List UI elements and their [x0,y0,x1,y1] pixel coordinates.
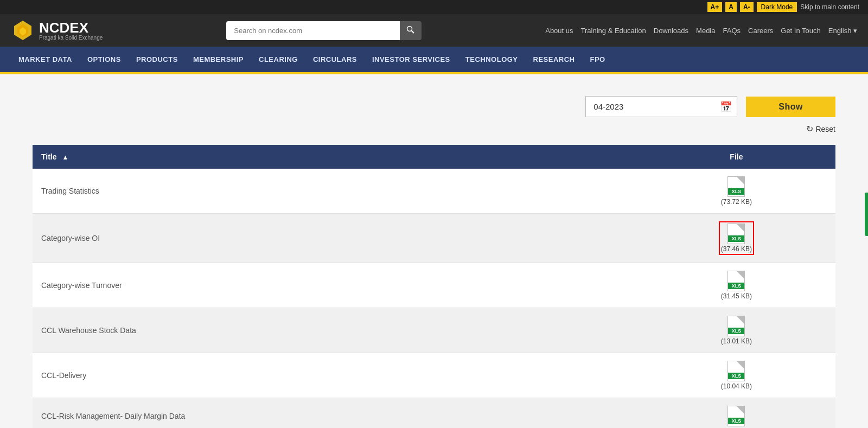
row-title: Trading Statistics [41,187,99,195]
font-increase-button[interactable]: A+ [707,2,723,12]
reset-row: ↻ Reset [33,124,835,134]
col-file-header: File [637,145,835,169]
skip-to-main-link[interactable]: Skip to main content [800,3,859,11]
table-row: Category-wise OIXLS(37.46 KB) [33,214,835,263]
nav-fpo[interactable]: FPO [583,47,613,72]
row-title-cell: Category-wise OI [33,214,637,263]
dark-mode-button[interactable]: Dark Mode [757,2,797,12]
nav-clearing[interactable]: CLEARING [251,47,305,72]
file-size: (13.01 KB) [721,337,752,345]
data-table: Title ▲ File Trading StatisticsXLS(73.72… [33,145,835,428]
xls-file-icon: XLS [727,271,745,291]
table-row: CCL-DeliveryXLS(10.04 KB) [33,353,835,398]
reset-icon: ↻ [806,124,813,134]
row-file-cell: XLS(31.45 KB) [637,263,835,308]
nav-careers[interactable]: Careers [748,27,773,35]
row-title: CCL-Delivery [41,371,86,380]
ncdex-logo-icon [11,18,35,42]
svg-line-4 [412,30,414,33]
top-bar: A+ A A- Dark Mode Skip to main content [0,0,868,14]
page-content: 📅 Show ↻ Reset Title ▲ File Trading Stat… [0,74,868,428]
nav-market-data[interactable]: MARKET DATA [11,47,80,72]
filter-row: 📅 Show [33,96,835,117]
xls-badge: XLS [728,188,744,195]
row-title-cell: CCL Warehouse Stock Data [33,308,637,353]
file-download-link[interactable]: XLS(37.46 KB) [719,221,754,255]
file-download-link[interactable]: XLS [727,406,745,426]
table-row: Category-wise TurnoverXLS(31.45 KB) [33,263,835,308]
row-title: CCL Warehouse Stock Data [41,326,136,335]
nav-research[interactable]: RESEARCH [526,47,583,72]
search-button[interactable] [400,21,422,40]
xls-badge: XLS [728,418,744,424]
logo-area: NCDEX Pragati ka Solid Exchange [11,18,103,42]
table-row: CCL Warehouse Stock DataXLS(13.01 KB) [33,308,835,353]
row-title: Category-wise Turnover [41,281,122,290]
brand-name: NCDEX [39,21,103,35]
table-row: Trading StatisticsXLS(73.72 KB) [33,169,835,214]
row-file-cell: XLS(13.01 KB) [637,308,835,353]
date-filter-wrapper: 📅 [585,96,737,117]
file-size: (31.45 KB) [721,292,752,300]
language-selector[interactable]: English ▾ [828,27,857,35]
search-input[interactable] [226,21,400,40]
col-title-header[interactable]: Title ▲ [33,145,637,169]
row-title-cell: Trading Statistics [33,169,637,214]
xls-badge: XLS [728,283,744,289]
row-title: Category-wise OI [41,234,100,242]
main-nav: MARKET DATA OPTIONS PRODUCTS MEMBERSHIP … [0,47,868,72]
file-download-link[interactable]: XLS(73.72 KB) [721,176,752,206]
tagline: Pragati ka Solid Exchange [39,35,103,41]
date-input[interactable] [585,96,737,117]
search-bar [113,21,534,40]
row-file-cell: XLS(10.04 KB) [637,353,835,398]
row-title-cell: CCL-Delivery [33,353,637,398]
row-title: CCL-Risk Management- Daily Margin Data [41,412,185,420]
nav-membership[interactable]: MEMBERSHIP [186,47,251,72]
file-download-link[interactable]: XLS(13.01 KB) [721,316,752,345]
xls-file-icon: XLS [727,316,745,336]
show-button[interactable]: Show [746,97,835,117]
nav-investor-services[interactable]: INVESTOR SERVICES [365,47,458,72]
table-row: CCL-Risk Management- Daily Margin DataXL… [33,398,835,429]
logo-text: NCDEX Pragati ka Solid Exchange [39,21,103,41]
font-decrease-button[interactable]: A- [740,2,754,12]
nav-training[interactable]: Training & Education [581,27,646,35]
file-size: (73.72 KB) [721,198,752,206]
sort-icon: ▲ [62,154,68,161]
row-file-cell: XLS [637,398,835,429]
header-nav: About us Training & Education Downloads … [545,27,857,35]
xls-file-icon: XLS [727,176,745,197]
header: NCDEX Pragati ka Solid Exchange About us… [0,14,868,47]
file-download-link[interactable]: XLS(10.04 KB) [721,361,752,390]
row-file-cell: XLS(73.72 KB) [637,169,835,214]
nav-faqs[interactable]: FAQs [723,27,741,35]
reset-link[interactable]: ↻ Reset [806,124,835,134]
xls-file-icon: XLS [727,223,745,244]
nav-circulars[interactable]: CIRCULARS [305,47,365,72]
nav-downloads[interactable]: Downloads [654,27,688,35]
nav-products[interactable]: PRODUCTS [129,47,186,72]
file-size: (10.04 KB) [721,382,752,390]
nav-options[interactable]: OPTIONS [80,47,129,72]
file-download-link[interactable]: XLS(31.45 KB) [721,271,752,300]
reset-label: Reset [815,125,835,133]
nav-about-us[interactable]: About us [545,27,573,35]
xls-file-icon: XLS [727,406,745,426]
nav-contact[interactable]: Get In Touch [781,27,820,35]
xls-badge: XLS [728,328,744,334]
nav-media[interactable]: Media [696,27,715,35]
svg-point-3 [407,26,412,31]
row-title-cell: CCL-Risk Management- Daily Margin Data [33,398,637,429]
scroll-indicator [865,193,868,236]
row-file-cell: XLS(37.46 KB) [637,214,835,263]
row-title-cell: Category-wise Turnover [33,263,637,308]
xls-badge: XLS [728,235,744,242]
font-normal-button[interactable]: A [725,2,737,12]
xls-badge: XLS [728,373,744,379]
xls-file-icon: XLS [727,361,745,381]
file-size: (37.46 KB) [721,245,752,253]
nav-technology[interactable]: TECHNOLOGY [458,47,526,72]
